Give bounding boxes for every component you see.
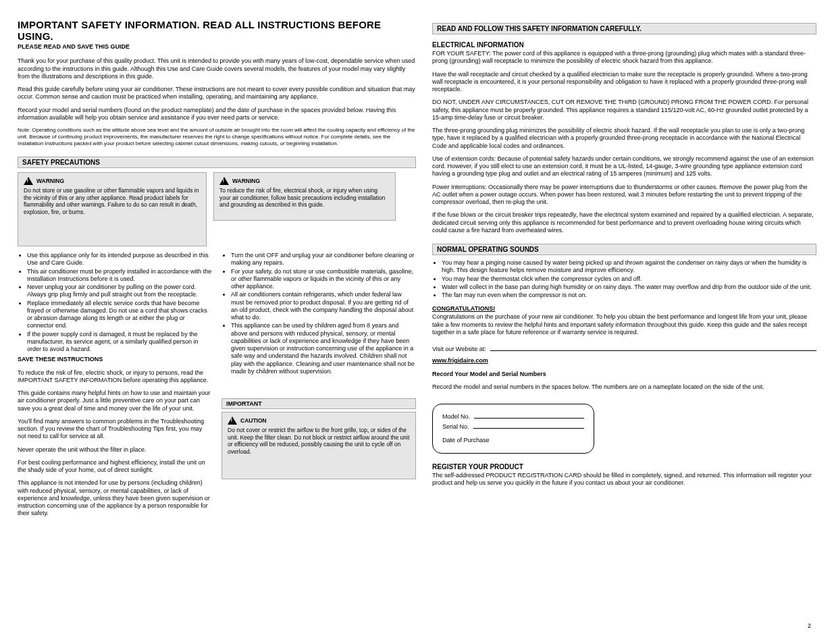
elec-p7: If the fuse blows or the circuit breaker… <box>432 211 816 234</box>
warning-left-body: Do not store or use gasoline or other fl… <box>24 187 201 216</box>
elec-p2: Have the wall receptacle and circuit che… <box>432 71 816 94</box>
list-item: The fan may run even when the compressor… <box>442 292 816 299</box>
register-heading: REGISTER YOUR PRODUCT <box>432 463 816 471</box>
safety-precautions-bar: SAFETY PRECAUTIONS <box>18 157 416 168</box>
list-item: For your safety, do not store or use com… <box>231 268 416 291</box>
save-instructions: SAVE THESE INSTRUCTIONS <box>18 356 212 363</box>
record-title: Record Your Model and Serial Numbers <box>432 371 816 378</box>
safety-bullet-list-1: Use this appliance only for its intended… <box>27 252 212 353</box>
list-item: This air conditioner must be properly in… <box>27 268 212 284</box>
elec-p3: DO NOT, UNDER ANY CIRCUMSTANCES, CUT OR … <box>432 99 816 122</box>
list-item: Water will collect in the base pan durin… <box>442 284 816 291</box>
warning-box-right: WARNING To reduce the risk of fire, elec… <box>213 172 396 221</box>
warning-right-title: WARNING <box>232 178 260 185</box>
list-item: Never unplug your air conditioner by pul… <box>27 284 212 299</box>
list-item: Turn the unit OFF and unplug your air co… <box>231 252 416 267</box>
important-bar: IMPORTANT <box>221 398 416 409</box>
right-sub-para1: To reduce the risk of fire, electric sho… <box>18 369 212 385</box>
elec-p4: The three-prong grounding plug minimizes… <box>432 127 816 150</box>
warning-icon <box>228 417 237 425</box>
record-text: Record the model and serial numbers in t… <box>432 383 816 391</box>
list-item: All air conditioners contain refrigerant… <box>231 291 416 321</box>
intro-note: Note: Operating conditions such as the a… <box>18 127 416 147</box>
visit-line: Visit our Website at: <box>432 344 816 352</box>
intro-1: Thank you for your purchase of this qual… <box>18 57 416 80</box>
normal-sounds-list: You may hear a pinging noise caused by w… <box>442 259 816 300</box>
date-label: Date of Purchase <box>442 437 490 444</box>
record-box: Model No. Serial No. Date of Purchase <box>432 404 594 454</box>
subtitle: PLEASE READ AND SAVE THIS GUIDE <box>18 43 416 51</box>
serial-label: Serial No. <box>442 423 469 430</box>
intro-2: Read this guide carefully before using y… <box>18 86 416 101</box>
caution-box: CAUTION Do not cover or restrict the air… <box>221 412 416 479</box>
read-follow-bar: READ AND FOLLOW THIS SAFETY INFORMATION … <box>432 23 816 34</box>
list-item: If the power supply cord is damaged, it … <box>27 331 212 354</box>
model-label: Model No. <box>442 413 470 420</box>
right-sub-para4: Never operate the unit without the filte… <box>18 446 212 454</box>
intro-3: Record your model and serial numbers (fo… <box>18 107 416 122</box>
right-sub-para5: For best cooling performance and highest… <box>18 459 212 475</box>
normal-sounds-bar: NORMAL OPERATING SOUNDS <box>432 244 816 255</box>
warning-left-title: WARNING <box>36 178 64 185</box>
congrats-para: Congratulations on the purchase of your … <box>432 313 816 336</box>
list-item: Replace immediately all electric service… <box>27 300 212 330</box>
right-sub-para2: This guide contains many helpful hints o… <box>18 390 212 412</box>
right-sub-para3: You'll find many answers to common probl… <box>18 418 212 441</box>
elec-p5: Use of extension cords: Because of poten… <box>432 155 816 178</box>
warning-right-body: To reduce the risk of fire, electrical s… <box>219 187 390 209</box>
list-item: You may hear a pinging noise caused by w… <box>442 259 816 275</box>
warning-box-left: WARNING Do not store or use gasoline or … <box>18 172 207 246</box>
warning-icon <box>219 177 229 185</box>
visit-label: Visit our Website at: <box>432 346 486 352</box>
page-title: IMPORTANT SAFETY INFORMATION. READ ALL I… <box>18 19 416 42</box>
list-item: Use this appliance only for its intended… <box>27 252 212 267</box>
congrats-heading: CONGRATULATIONS! <box>432 305 816 312</box>
caution-body: Do not cover or restrict the airflow to … <box>228 427 410 456</box>
register-para: The self-addressed PRODUCT REGISTRATION … <box>432 472 816 487</box>
website: www.frigidaire.com <box>432 357 816 364</box>
safety-bullet-list-2: Turn the unit OFF and unplug your air co… <box>231 252 416 375</box>
caution-title: CAUTION <box>240 417 267 425</box>
right-sub-para6: This appliance is not intended for use b… <box>18 479 212 517</box>
electrical-heading: ELECTRICAL INFORMATION <box>432 41 816 49</box>
elec-p1: FOR YOUR SAFETY: The power cord of this … <box>432 50 816 65</box>
elec-p6: Power Interruptions: Occasionally there … <box>432 184 816 207</box>
list-item: This appliance can be used by children a… <box>231 322 416 375</box>
list-item: You may hear the thermostat click when t… <box>442 275 816 283</box>
warning-icon <box>24 177 33 185</box>
